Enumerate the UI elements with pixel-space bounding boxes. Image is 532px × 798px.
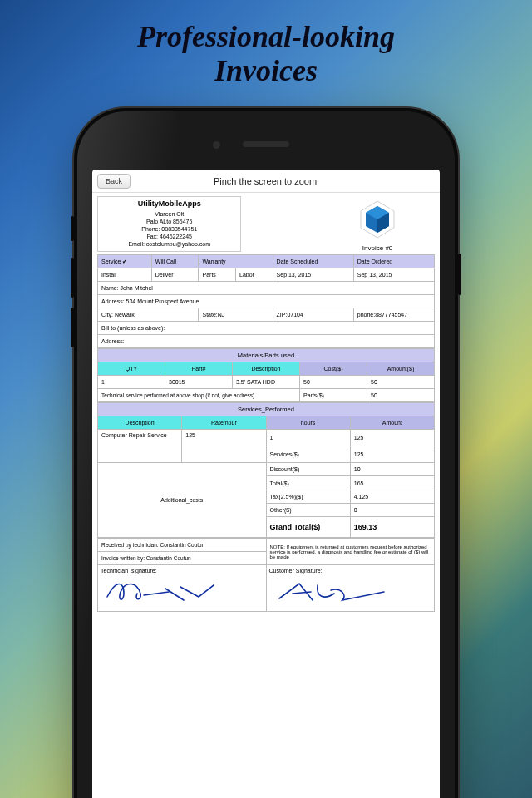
speaker-grille (243, 141, 289, 147)
technician-signature: Technician_signature: (98, 565, 267, 612)
company-info: UtilityMobileApps Vlareen Olt Palo ALto … (97, 196, 241, 252)
invoice-document[interactable]: UtilityMobileApps Vlareen Olt Palo ALto … (92, 193, 440, 617)
footer-table: Received by technician: Constantin Coutu… (97, 538, 435, 612)
services-table: Services_Performed Description Rate/hour… (97, 402, 435, 538)
phone-frame: Back Pinch the screen to zoom UtilityMob… (74, 108, 458, 798)
customer-signature: Customer Signature: (266, 565, 435, 612)
service-info-table: Service ✔ Will Call Warranty Date Schedu… (97, 254, 435, 348)
front-camera (213, 141, 220, 149)
company-logo-icon (354, 196, 401, 243)
screen-title: Pinch the screen to zoom (131, 176, 400, 186)
app-screen: Back Pinch the screen to zoom UtilityMob… (92, 170, 440, 798)
back-button[interactable]: Back (97, 174, 131, 189)
materials-table: Materials/Parts used QTY Part# Descripti… (97, 348, 435, 402)
logo-block: Invoice #0 (320, 196, 435, 252)
marketing-headline: Professional-looking Invoices (0, 0, 532, 89)
invoice-number: Invoice #0 (320, 244, 435, 252)
top-bar: Back Pinch the screen to zoom (92, 170, 440, 193)
